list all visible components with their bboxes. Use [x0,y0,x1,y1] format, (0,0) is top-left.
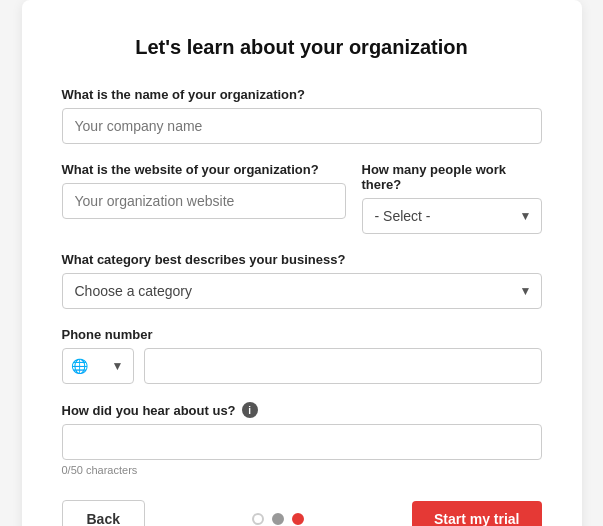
phone-country-select[interactable]: 🌐 +1 +44 +91 +33 [62,348,134,384]
category-label: What category best describes your busine… [62,252,542,267]
category-group: What category best describes your busine… [62,252,542,309]
phone-label: Phone number [62,327,542,342]
website-people-row: What is the website of your organization… [62,162,542,234]
phone-group: Phone number 🌐 +1 +44 +91 +33 ▼ [62,327,542,384]
progress-dot-2 [272,513,284,525]
progress-dot-3 [292,513,304,525]
back-button[interactable]: Back [62,500,145,526]
progress-dots [252,513,304,525]
people-count-label: How many people work there? [362,162,542,192]
how-heard-label: How did you hear about us? [62,403,236,418]
org-name-group: What is the name of your organization? [62,87,542,144]
how-heard-input[interactable] [62,424,542,460]
people-count-group: How many people work there? - Select - 1… [362,162,542,234]
organization-form-card: Let's learn about your organization What… [22,0,582,526]
page-title: Let's learn about your organization [62,36,542,59]
people-count-select-wrapper: - Select - 1-10 11-50 51-200 201-500 500… [362,198,542,234]
form-footer: Back Start my trial [62,500,542,526]
org-name-label: What is the name of your organization? [62,87,542,102]
how-heard-info-icon[interactable]: i [242,402,258,418]
how-heard-group: How did you hear about us? i 0/50 charac… [62,402,542,476]
website-label: What is the website of your organization… [62,162,346,177]
char-count: 0/50 characters [62,464,542,476]
org-name-input[interactable] [62,108,542,144]
category-select-wrapper: Choose a category Technology Healthcare … [62,273,542,309]
website-input[interactable] [62,183,346,219]
how-heard-label-row: How did you hear about us? i [62,402,542,418]
website-group: What is the website of your organization… [62,162,346,219]
phone-country-wrapper: 🌐 +1 +44 +91 +33 ▼ [62,348,134,384]
people-count-select[interactable]: - Select - 1-10 11-50 51-200 201-500 500… [362,198,542,234]
progress-dot-1 [252,513,264,525]
category-select[interactable]: Choose a category Technology Healthcare … [62,273,542,309]
phone-number-input[interactable] [144,348,542,384]
phone-row: 🌐 +1 +44 +91 +33 ▼ [62,348,542,384]
start-trial-button[interactable]: Start my trial [412,501,542,526]
